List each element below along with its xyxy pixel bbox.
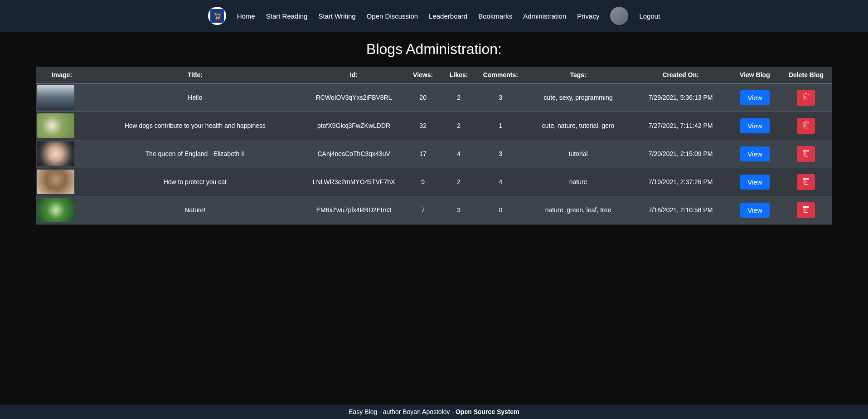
trash-icon <box>802 206 810 214</box>
cell-title: The queen of England - Elizabeth II <box>87 140 303 168</box>
footer-bold: Open Source System <box>456 408 519 415</box>
th-delete: Delete Blog <box>781 67 832 83</box>
table-row: How to protect you catLNLWR3e2mMYO45TVF7… <box>36 168 832 196</box>
nav-link-administration[interactable]: Administration <box>523 9 566 24</box>
cell-views: 20 <box>405 83 441 112</box>
cell-comments: 1 <box>477 112 524 140</box>
th-title: Title: <box>87 67 303 83</box>
cell-title: How dogs contribute to your health and h… <box>87 112 303 140</box>
blog-thumbnail <box>37 198 74 222</box>
trash-icon <box>802 93 810 102</box>
cell-tags: nature <box>524 168 632 196</box>
delete-button[interactable] <box>797 90 815 106</box>
nav-link-leaderboard[interactable]: Leaderboard <box>429 9 467 24</box>
cell-likes: 4 <box>441 140 477 168</box>
cell-created: 7/29/2021, 5:36:13 PM <box>632 83 729 112</box>
nav-link-start-writing[interactable]: Start Writing <box>318 9 355 24</box>
th-comments: Comments: <box>477 67 524 83</box>
delete-button[interactable] <box>797 118 815 134</box>
cell-created: 7/18/2021, 2:10:58 PM <box>632 196 729 224</box>
th-likes: Likes: <box>441 67 477 83</box>
view-button[interactable]: View <box>740 175 769 190</box>
cell-created: 7/20/2021, 2:15:09 PM <box>632 140 729 168</box>
nav-link-privacy[interactable]: Privacy <box>577 9 599 24</box>
cell-views: 32 <box>405 112 441 140</box>
nav-link-start-reading[interactable]: Start Reading <box>266 9 308 24</box>
table-row: Nature!EM6xZwu7plx4RBD2Etm3730nature, gr… <box>36 196 832 224</box>
view-button[interactable]: View <box>740 118 769 133</box>
delete-button[interactable] <box>797 202 815 218</box>
cell-created: 7/19/2021, 2:37:26 PM <box>632 168 729 196</box>
th-view: View Blog <box>729 67 781 83</box>
delete-button[interactable] <box>797 146 815 162</box>
table-row: How dogs contribute to your health and h… <box>36 112 832 140</box>
svg-point-0 <box>216 18 217 19</box>
table-row: HelloRCWoIOV3qYxs2iFBV8RL2023cute, sexy,… <box>36 83 832 112</box>
cell-tags: cute, nature, tutorial, gero <box>524 112 632 140</box>
cell-id: LNLWR3e2mMYO45TVF7hX <box>303 168 405 196</box>
table-row: The queen of England - Elizabeth IICAnj4… <box>36 140 832 168</box>
delete-button[interactable] <box>797 174 815 190</box>
nav-link-logout[interactable]: Logout <box>639 9 660 24</box>
cell-comments: 4 <box>477 168 524 196</box>
cell-likes: 2 <box>441 83 477 112</box>
cell-title: Hello <box>87 83 303 112</box>
nav-link-bookmarks[interactable]: Bookmarks <box>478 9 512 24</box>
cell-comments: 0 <box>477 196 524 224</box>
cell-id: CAnj4nesCoThC3qx43uV <box>303 140 405 168</box>
cell-tags: cute, sexy, programming <box>524 83 632 112</box>
svg-point-1 <box>218 18 219 19</box>
main-content: Blogs Administration: Image: Title: Id: … <box>0 32 868 404</box>
navbar: Home Start Reading Start Writing Open Di… <box>0 0 868 32</box>
th-views: Views: <box>405 67 441 83</box>
blog-thumbnail <box>37 113 74 138</box>
cell-likes: 2 <box>441 168 477 196</box>
th-image: Image: <box>36 67 87 83</box>
trash-icon <box>802 150 810 158</box>
cell-views: 9 <box>405 168 441 196</box>
page-title: Blogs Administration: <box>36 41 832 58</box>
cell-comments: 3 <box>477 83 524 112</box>
cell-tags: tutorial <box>524 140 632 168</box>
th-id: Id: <box>303 67 405 83</box>
view-button[interactable]: View <box>740 146 769 161</box>
cell-id: EM6xZwu7plx4RBD2Etm3 <box>303 196 405 224</box>
footer-prefix: Easy Blog - author Boyan Apostolov - <box>349 408 456 415</box>
blog-thumbnail <box>37 170 74 194</box>
logo[interactable] <box>208 7 226 25</box>
blog-thumbnail <box>37 85 74 110</box>
cell-views: 7 <box>405 196 441 224</box>
footer: Easy Blog - author Boyan Apostolov - Ope… <box>0 404 868 419</box>
cell-likes: 3 <box>441 196 477 224</box>
nav-link-home[interactable]: Home <box>237 9 255 24</box>
table-header-row: Image: Title: Id: Views: Likes: Comments… <box>36 67 832 83</box>
blogs-table: Image: Title: Id: Views: Likes: Comments… <box>36 67 832 224</box>
cell-views: 17 <box>405 140 441 168</box>
cell-tags: nature, green, leaf, tree <box>524 196 632 224</box>
blog-thumbnail <box>37 141 74 166</box>
trash-icon <box>802 178 810 186</box>
nav-link-open-discussion[interactable]: Open Discussion <box>367 9 418 24</box>
avatar[interactable] <box>610 7 628 25</box>
trash-icon <box>802 122 810 130</box>
cell-comments: 3 <box>477 140 524 168</box>
cell-likes: 2 <box>441 112 477 140</box>
cell-title: How to protect you cat <box>87 168 303 196</box>
cell-title: Nature! <box>87 196 303 224</box>
view-button[interactable]: View <box>740 90 769 105</box>
cell-id: RCWoIOV3qYxs2iFBV8RL <box>303 83 405 112</box>
th-tags: Tags: <box>524 67 632 83</box>
view-button[interactable]: View <box>740 203 769 218</box>
cell-created: 7/27/2021, 7:11:42 PM <box>632 112 729 140</box>
cell-id: ptofX9Gkxj3FwZKwLDDR <box>303 112 405 140</box>
th-created: Created On: <box>632 67 729 83</box>
